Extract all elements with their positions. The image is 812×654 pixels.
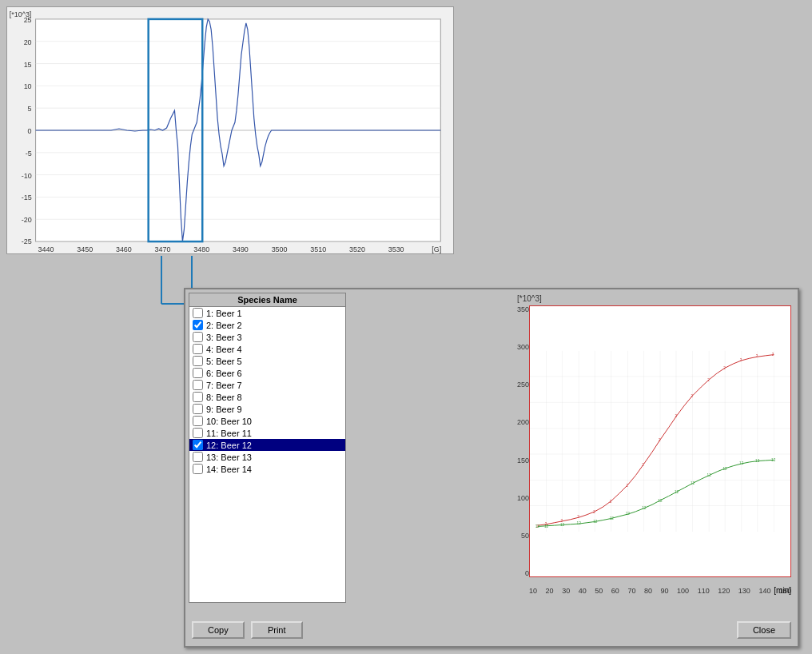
species-label: 12: Beer 12 bbox=[206, 441, 252, 450]
svg-text:0: 0 bbox=[28, 127, 32, 135]
species-checkbox[interactable] bbox=[193, 440, 203, 450]
species-item[interactable]: 6: Beer 6 bbox=[189, 367, 345, 379]
species-checkbox[interactable] bbox=[193, 464, 203, 474]
species-item[interactable]: 10: Beer 10 bbox=[189, 415, 345, 427]
svg-text:2: 2 bbox=[772, 353, 774, 357]
close-button[interactable]: Close bbox=[737, 621, 791, 639]
svg-text:12: 12 bbox=[723, 467, 728, 471]
species-label: 9: Beer 9 bbox=[206, 405, 242, 414]
svg-text:2: 2 bbox=[675, 414, 678, 418]
species-label: 6: Beer 6 bbox=[206, 369, 242, 378]
species-label: 11: Beer 11 bbox=[206, 429, 252, 438]
svg-text:20: 20 bbox=[24, 38, 32, 46]
svg-text:12: 12 bbox=[544, 524, 549, 528]
species-checkbox[interactable] bbox=[193, 356, 203, 366]
chart-y-label: [*10^3] bbox=[517, 294, 542, 303]
svg-text:2: 2 bbox=[626, 484, 628, 488]
species-list[interactable]: 1: Beer 12: Beer 23: Beer 34: Beer 45: B… bbox=[189, 307, 346, 603]
svg-text:-20: -20 bbox=[22, 216, 32, 224]
species-item[interactable]: 14: Beer 14 bbox=[189, 463, 345, 475]
species-checkbox[interactable] bbox=[193, 404, 203, 414]
species-label: 14: Beer 14 bbox=[206, 465, 252, 474]
species-label: 2: Beer 2 bbox=[206, 321, 242, 330]
svg-text:-10: -10 bbox=[22, 172, 32, 180]
svg-text:12: 12 bbox=[771, 458, 776, 462]
species-label: 8: Beer 8 bbox=[206, 393, 242, 402]
svg-text:12: 12 bbox=[610, 516, 615, 520]
species-checkbox[interactable] bbox=[193, 380, 203, 390]
species-checkbox[interactable] bbox=[193, 416, 203, 426]
svg-text:3440: 3440 bbox=[38, 245, 54, 253]
svg-text:12: 12 bbox=[691, 481, 695, 485]
print-button[interactable]: Print bbox=[251, 621, 303, 639]
species-checkbox[interactable] bbox=[193, 368, 203, 378]
svg-text:3460: 3460 bbox=[116, 245, 132, 253]
svg-text:[G]: [G] bbox=[432, 245, 441, 253]
copy-button[interactable]: Copy bbox=[192, 621, 245, 639]
svg-text:12: 12 bbox=[658, 499, 663, 503]
svg-text:2: 2 bbox=[723, 366, 726, 370]
species-item[interactable]: 4: Beer 4 bbox=[189, 343, 345, 355]
svg-text:3450: 3450 bbox=[77, 245, 93, 253]
species-label: 7: Beer 7 bbox=[206, 381, 242, 390]
species-checkbox[interactable] bbox=[193, 344, 203, 354]
svg-text:12: 12 bbox=[626, 512, 631, 516]
bottom-buttons: Copy Print Close bbox=[185, 614, 798, 646]
svg-text:3490: 3490 bbox=[233, 245, 249, 253]
svg-text:12: 12 bbox=[535, 524, 540, 528]
species-label: 4: Beer 4 bbox=[206, 345, 242, 354]
svg-text:12: 12 bbox=[707, 473, 712, 477]
species-item[interactable]: 1: Beer 1 bbox=[189, 307, 345, 319]
species-checkbox[interactable] bbox=[193, 452, 203, 462]
svg-text:12: 12 bbox=[739, 461, 744, 465]
species-header: Species Name bbox=[189, 293, 346, 307]
svg-text:2: 2 bbox=[707, 378, 710, 382]
svg-text:-5: -5 bbox=[26, 150, 32, 158]
svg-text:3530: 3530 bbox=[388, 245, 404, 253]
species-checkbox[interactable] bbox=[193, 332, 203, 342]
svg-text:3510: 3510 bbox=[310, 245, 326, 253]
species-checkbox[interactable] bbox=[193, 428, 203, 438]
svg-text:3520: 3520 bbox=[349, 245, 365, 253]
species-item[interactable]: 3: Beer 3 bbox=[189, 331, 345, 343]
species-item[interactable]: 13: Beer 13 bbox=[189, 451, 345, 463]
svg-text:-15: -15 bbox=[22, 193, 32, 201]
svg-text:5: 5 bbox=[28, 105, 32, 113]
svg-text:12: 12 bbox=[593, 520, 598, 524]
species-label: 1: Beer 1 bbox=[206, 309, 242, 318]
svg-text:2: 2 bbox=[756, 354, 758, 358]
svg-text:-25: -25 bbox=[22, 237, 32, 245]
species-item[interactable]: 12: Beer 12 bbox=[189, 439, 345, 451]
species-checkbox[interactable] bbox=[193, 308, 203, 318]
svg-text:2: 2 bbox=[593, 510, 595, 514]
svg-text:25: 25 bbox=[24, 16, 32, 24]
bottom-chart-area: 2 2 2 2 2 2 2 2 2 2 2 2 2 2 2 2 12 1 bbox=[529, 305, 791, 577]
svg-text:2: 2 bbox=[691, 394, 694, 398]
svg-text:10: 10 bbox=[24, 82, 32, 90]
species-item[interactable]: 7: Beer 7 bbox=[189, 379, 345, 391]
species-item[interactable]: 8: Beer 8 bbox=[189, 391, 345, 403]
svg-text:2: 2 bbox=[610, 500, 612, 504]
species-item[interactable]: 9: Beer 9 bbox=[189, 403, 345, 415]
svg-text:3480: 3480 bbox=[193, 245, 209, 253]
svg-text:3470: 3470 bbox=[155, 245, 171, 253]
species-panel: Species Name 1: Beer 12: Beer 23: Beer 3… bbox=[185, 289, 349, 617]
svg-text:2: 2 bbox=[740, 358, 742, 362]
bottom-chart-panel: [*10^3] 0 50 100 150 200 250 300 350 bbox=[349, 289, 798, 617]
species-label: 13: Beer 13 bbox=[206, 453, 252, 462]
species-item[interactable]: 11: Beer 11 bbox=[189, 427, 345, 439]
species-checkbox[interactable] bbox=[193, 392, 203, 402]
svg-text:12: 12 bbox=[577, 521, 582, 525]
svg-text:12: 12 bbox=[755, 459, 760, 463]
svg-text:12: 12 bbox=[642, 506, 647, 510]
top-chart: [*10^3] 25 20 15 10 5 0 -5 -10 -15 -20 -… bbox=[6, 6, 454, 254]
svg-text:2: 2 bbox=[577, 515, 579, 519]
species-label: 3: Beer 3 bbox=[206, 333, 242, 342]
species-item[interactable]: 5: Beer 5 bbox=[189, 355, 345, 367]
species-item[interactable]: 2: Beer 2 bbox=[189, 319, 345, 331]
species-label: 10: Beer 10 bbox=[206, 417, 252, 426]
svg-text:15: 15 bbox=[24, 61, 32, 69]
svg-text:3500: 3500 bbox=[272, 245, 288, 253]
species-checkbox[interactable] bbox=[193, 320, 203, 330]
svg-text:2: 2 bbox=[659, 438, 661, 442]
